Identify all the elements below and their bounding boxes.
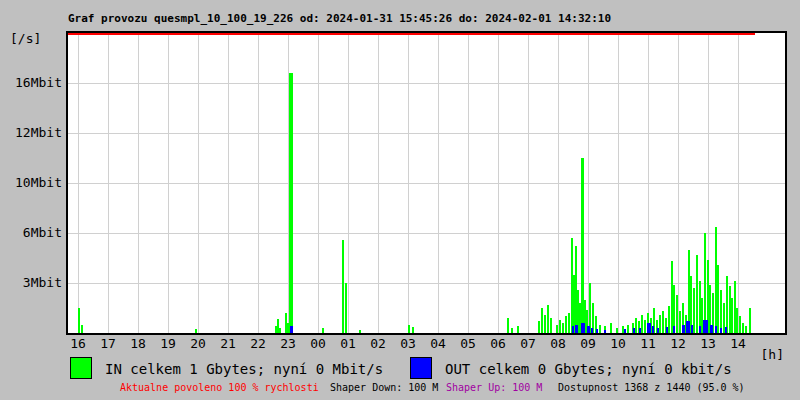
y-tick-label: 10Mbit <box>0 175 62 191</box>
x-tick-label: 06 <box>486 337 510 351</box>
x-tick-label: 09 <box>576 337 600 351</box>
y-axis-unit-label: [/s] <box>10 31 41 46</box>
x-tick-label: 12 <box>666 337 690 351</box>
in-legend-swatch <box>70 357 92 379</box>
x-tick-label: 20 <box>186 337 210 351</box>
allowed-speed-text: Aktualne povoleno 100 % rychlosti <box>120 382 319 393</box>
x-tick-label: 13 <box>696 337 720 351</box>
y-tick-label: 16Mbit <box>0 75 62 91</box>
x-tick-label: 21 <box>216 337 240 351</box>
x-tick-label: 00 <box>306 337 330 351</box>
x-tick-label: 07 <box>516 337 540 351</box>
traffic-chart <box>68 33 785 333</box>
x-tick-label: 05 <box>456 337 480 351</box>
out-legend-label: OUT celkem 0 Gbytes; nyní 0 kbit/s <box>445 361 732 377</box>
in-legend-label: IN celkem 1 Gbytes; nyní 0 Mbit/s <box>105 361 383 377</box>
x-tick-label: 01 <box>336 337 360 351</box>
graph-title: Graf provozu quesmpl_10_100_19_226 od: 2… <box>68 12 611 25</box>
x-tick-label: 16 <box>66 337 90 351</box>
traffic-graph-page: Graf provozu quesmpl_10_100_19_226 od: 2… <box>0 0 800 400</box>
y-tick-label: 6Mbit <box>0 225 62 241</box>
x-tick-label: 11 <box>636 337 660 351</box>
x-tick-label: 04 <box>426 337 450 351</box>
availability-text: Dostupnost 1368 z 1440 (95.0 %) <box>558 382 745 393</box>
plot-area <box>66 31 787 335</box>
x-tick-label: 02 <box>366 337 390 351</box>
x-tick-label: 23 <box>276 337 300 351</box>
x-tick-label: 03 <box>396 337 420 351</box>
x-tick-label: 22 <box>246 337 270 351</box>
x-tick-label: 18 <box>126 337 150 351</box>
shaper-down-text: Shaper Down: 100 M <box>330 382 438 393</box>
x-tick-label: 17 <box>96 337 120 351</box>
out-legend-swatch <box>410 357 432 379</box>
x-tick-label: 08 <box>546 337 570 351</box>
y-tick-label: 3Mbit <box>0 275 62 291</box>
y-tick-label: 12Mbit <box>0 125 62 141</box>
x-tick-label: 14 <box>726 337 750 351</box>
x-tick-label: 19 <box>156 337 180 351</box>
shaper-up-text: Shaper Up: 100 M <box>446 382 542 393</box>
x-axis-unit-label: [h] <box>752 347 784 362</box>
x-tick-label: 10 <box>606 337 630 351</box>
